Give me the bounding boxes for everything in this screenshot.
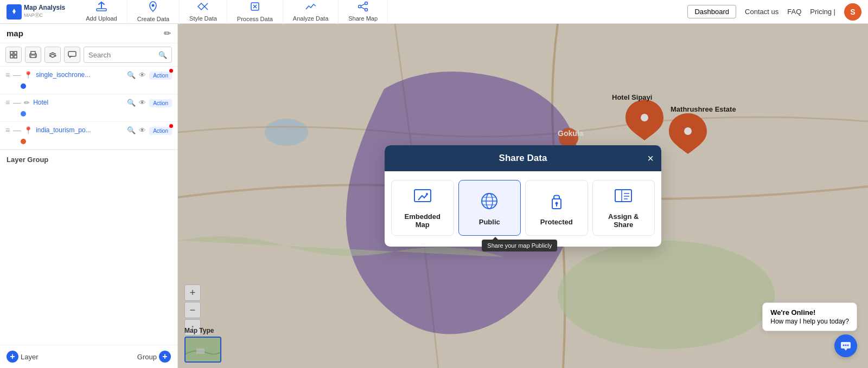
- svg-rect-1: [97, 9, 106, 11]
- svg-rect-9: [10, 51, 13, 54]
- contact-link[interactable]: Contact us: [745, 8, 778, 16]
- add-group-icon[interactable]: +: [159, 351, 171, 363]
- notification-dot: [169, 124, 173, 128]
- public-icon: [481, 192, 498, 214]
- modal-close-button[interactable]: ×: [647, 152, 654, 165]
- add-group-button[interactable]: Group +: [137, 351, 171, 363]
- pricing-link[interactable]: Pricing |: [810, 8, 835, 16]
- embedded-map-label: EmbeddedMap: [405, 212, 441, 229]
- layer-zoom-icon[interactable]: 🔍: [127, 71, 136, 79]
- action-button[interactable]: Action: [149, 99, 172, 107]
- public-label: Public: [479, 218, 500, 226]
- sidebar: map ✏ 🔍 ≡: [0, 24, 178, 368]
- chat-button[interactable]: [834, 334, 857, 357]
- nav-share-map[interactable]: Share Map: [339, 0, 388, 24]
- svg-rect-12: [14, 55, 17, 58]
- nav-style-data[interactable]: Style Data: [180, 0, 227, 24]
- layer-item: ≡ — ✏ Hotel 🔍 👁 Action: [0, 94, 177, 122]
- modal-option-embedded[interactable]: EmbeddedMap: [391, 180, 454, 236]
- svg-rect-15: [31, 55, 35, 57]
- add-layer-button[interactable]: + Layer: [7, 351, 39, 363]
- drag-handle-2[interactable]: —: [13, 98, 21, 107]
- layer-eye-icon[interactable]: 👁: [139, 71, 146, 79]
- brand-logo: [7, 4, 22, 20]
- faq-link[interactable]: FAQ: [787, 8, 801, 16]
- layer-item: ≡ — 📍 single_isochronе... 🔍 👁 Action: [0, 67, 177, 94]
- map-area[interactable]: Hotel Sipayi Gokula Mathrushree Estate K…: [178, 24, 868, 368]
- nav-items: Add Upload Create Data Style Data Proces…: [76, 0, 388, 24]
- drag-handle[interactable]: ≡: [5, 98, 10, 107]
- sidebar-title: map: [7, 29, 23, 38]
- svg-point-53: [845, 345, 847, 346]
- svg-point-52: [843, 345, 845, 346]
- dashboard-button[interactable]: Dashboard: [687, 5, 736, 18]
- brand-logo-area: Map Analysis MAPⓇC: [7, 4, 65, 20]
- notification-dot: [169, 69, 173, 73]
- assign-share-icon: [615, 189, 632, 208]
- drag-handle-2[interactable]: —: [13, 126, 21, 134]
- search-input[interactable]: [88, 51, 158, 59]
- protected-icon: [550, 192, 564, 214]
- layer-toolbar: 🔍: [0, 43, 177, 67]
- brand-text: Map Analysis MAPⓇC: [24, 4, 65, 18]
- layer-name[interactable]: single_isochronе...: [36, 71, 124, 79]
- modal-option-public[interactable]: Public Share your map Publicly: [458, 180, 521, 236]
- process-data-icon: [250, 1, 260, 15]
- nav-create-data[interactable]: Create Data: [127, 0, 180, 24]
- svg-rect-10: [14, 51, 17, 54]
- layer-color-indicator: [21, 111, 26, 117]
- svg-line-8: [361, 7, 365, 9]
- public-tooltip: Share your map Publicly: [482, 240, 557, 251]
- layers-list: ≡ — 📍 single_isochronе... 🔍 👁 Action: [0, 67, 177, 345]
- embedded-map-icon: [414, 189, 431, 208]
- layer-group-label: Layer Group: [0, 150, 177, 169]
- group-label: Group: [137, 353, 157, 361]
- edit-icon[interactable]: ✏: [164, 28, 171, 38]
- action-button[interactable]: Action: [149, 127, 172, 135]
- layer-eye-icon[interactable]: 👁: [139, 99, 146, 107]
- layer-eye-icon[interactable]: 👁: [139, 126, 146, 134]
- create-data-icon: [149, 1, 157, 15]
- comment-button[interactable]: [64, 47, 80, 63]
- layers-button[interactable]: [44, 47, 61, 63]
- drag-handle[interactable]: ≡: [5, 126, 10, 134]
- svg-line-7: [361, 4, 365, 6]
- share-data-modal: Share Data × EmbeddedMap: [385, 145, 661, 247]
- svg-rect-16: [68, 51, 76, 56]
- action-wrap: Action: [149, 125, 172, 135]
- add-layer-icon[interactable]: +: [7, 351, 18, 363]
- svg-point-2: [152, 4, 155, 7]
- user-avatar[interactable]: S: [844, 3, 861, 21]
- svg-rect-47: [615, 190, 631, 202]
- layer-name[interactable]: Hotel: [33, 99, 124, 106]
- layer-zoom-icon[interactable]: 🔍: [127, 99, 136, 107]
- layer-zoom-icon[interactable]: 🔍: [127, 126, 136, 134]
- nav-process-data[interactable]: Process Data: [227, 0, 283, 24]
- nav-add-upload[interactable]: Add Upload: [76, 0, 127, 24]
- svg-rect-14: [31, 51, 35, 54]
- chat-bubble: We're Online! How may I help you today?: [762, 302, 857, 331]
- drag-handle-2[interactable]: —: [13, 70, 21, 79]
- main-layout: map ✏ 🔍 ≡: [0, 24, 868, 368]
- modal-option-assign-share[interactable]: Assign &Share: [592, 180, 655, 236]
- upload-icon: [96, 2, 107, 14]
- layer-item: ≡ — 📍 india_tourism_po... 🔍 👁 Action: [0, 122, 177, 150]
- layer-name[interactable]: india_tourism_po...: [36, 126, 124, 134]
- svg-point-45: [555, 202, 558, 204]
- svg-point-54: [847, 345, 849, 346]
- zoom-extent-button[interactable]: [5, 47, 22, 63]
- nav-analyze-data[interactable]: Analyze Data: [283, 0, 339, 24]
- share-map-icon: [358, 2, 368, 14]
- svg-point-38: [426, 193, 428, 195]
- search-icon: 🔍: [158, 51, 167, 59]
- modal-title: Share Data: [499, 153, 547, 163]
- modal-header: Share Data ×: [385, 145, 661, 171]
- print-button[interactable]: [25, 47, 41, 63]
- modal-body: EmbeddedMap Public Share your map Public…: [385, 171, 661, 247]
- action-button[interactable]: Action: [149, 72, 172, 80]
- modal-option-protected[interactable]: Protected: [525, 180, 588, 236]
- location-icon: 📍: [24, 126, 33, 134]
- layer-row: ≡ — 📍 single_isochronе... 🔍 👁 Action: [5, 70, 172, 80]
- svg-point-6: [365, 9, 368, 11]
- drag-handle[interactable]: ≡: [5, 70, 10, 79]
